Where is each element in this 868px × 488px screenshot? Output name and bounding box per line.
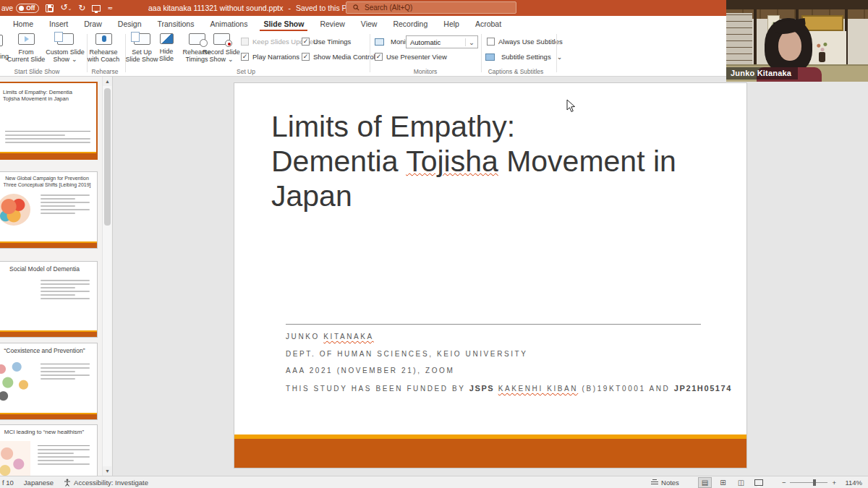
speaker-face: [778, 30, 801, 61]
slide-thumbnail-panel: Limits of Empathy: Dementia Tojisha Move…: [0, 77, 113, 476]
funding-line: THIS STUDY HAS BEEN FUNDED BY JSPS KAKEN…: [286, 384, 701, 393]
autosave-toggle[interactable]: ave Off: [1, 4, 39, 13]
room-beam: [726, 0, 868, 9]
checkbox-icon: [241, 38, 249, 46]
thumbnail-slide-5[interactable]: MCI leading to “new healthism”: [0, 424, 98, 476]
zoom-percentage[interactable]: 114%: [838, 479, 862, 487]
undo-icon[interactable]: ↺⌄: [60, 0, 72, 17]
thumbnail-body-placeholder: [38, 442, 90, 467]
use-timings-checkbox[interactable]: Use Timings: [302, 38, 351, 46]
tab-animations[interactable]: Animations: [202, 16, 255, 31]
tab-acrobat[interactable]: Acrobat: [467, 16, 509, 31]
always-use-subtitles-checkbox[interactable]: Always Use Subtitles: [487, 38, 563, 46]
tab-transitions[interactable]: Transitions: [149, 16, 202, 31]
checkbox-icon: [487, 38, 495, 46]
from-beginning-icon[interactable]: [0, 35, 3, 46]
room-post: [754, 9, 757, 67]
customize-qat-icon[interactable]: ≂: [107, 0, 113, 16]
scrollbar-thumb[interactable]: [104, 88, 111, 226]
hide-slide-icon: [160, 33, 174, 44]
thumbnail-slide-4[interactable]: “Coexistence and Prevention”: [0, 343, 98, 420]
rehearse-with-coach-button[interactable]: Rehearse with Coach: [84, 33, 123, 63]
tab-insert[interactable]: Insert: [41, 16, 76, 31]
monitor-icon: [375, 38, 384, 46]
play-narrations-checkbox[interactable]: Play Narrations: [241, 53, 299, 61]
tab-design[interactable]: Design: [110, 16, 150, 31]
webcam-video[interactable]: Junko Kitanaka: [726, 0, 868, 82]
language-status[interactable]: Japanese: [24, 479, 54, 487]
zoom-out-icon[interactable]: −: [782, 479, 786, 487]
thumbnail-slide-1[interactable]: Limits of Empathy: Dementia Tojisha Move…: [0, 82, 98, 160]
autosave-dot-icon: [19, 6, 24, 11]
thumbnail-slide-2[interactable]: New Global Campaign for Prevention Three…: [0, 171, 98, 249]
autosave-label: ave: [1, 4, 13, 12]
slide-orange-bar: [234, 439, 746, 468]
from-current-slide-button[interactable]: From Current Slide: [6, 33, 46, 63]
start-slideshow-icon[interactable]: [92, 5, 101, 12]
group-label-setup: Set Up: [217, 68, 275, 75]
monitor-dropdown[interactable]: Automatic: [406, 35, 478, 48]
chevron-down-icon: [69, 56, 77, 63]
group-label-rehearse: Rehearse: [85, 68, 124, 75]
autosave-state: Off: [26, 4, 35, 12]
custom-slide-show-button[interactable]: Custom Slide Show: [45, 33, 85, 63]
slide-accent-bar: [0, 413, 97, 419]
record-slide-show-icon: [213, 33, 230, 45]
dept-line: DEPT. OF HUMAN SCIENCES, KEIO UNIVERSITY: [286, 350, 701, 358]
slide-subtitle-textbox[interactable]: JUNKO KITANAKA DEPT. OF HUMAN SCIENCES, …: [286, 324, 701, 401]
search-box[interactable]: Search (Alt+Q): [346, 1, 516, 14]
group-divider: [481, 34, 482, 72]
tab-home[interactable]: Home: [5, 16, 41, 31]
spellcheck-word: KAKENHI KIBAN: [498, 385, 579, 393]
checkbox-checked-icon: [302, 38, 310, 46]
slideshow-icon: [754, 479, 763, 486]
redo-icon[interactable]: ↻: [78, 0, 85, 16]
tab-review[interactable]: Review: [312, 16, 352, 31]
notes-button[interactable]: Notes: [651, 479, 679, 487]
webcam-name-label: Junko Kitanaka: [726, 67, 798, 80]
scroll-up-icon[interactable]: ▲: [103, 77, 112, 86]
save-icon[interactable]: [46, 4, 54, 12]
use-presenter-view-checkbox[interactable]: Use Presenter View: [375, 53, 447, 61]
normal-view-button[interactable]: ▤: [698, 477, 712, 488]
slide-sorter-view-button[interactable]: ⊞: [716, 477, 730, 488]
slide-indicator: f 10: [2, 479, 14, 487]
tab-recording[interactable]: Recording: [385, 16, 435, 31]
checkbox-checked-icon: [375, 53, 383, 61]
zoom-in-icon[interactable]: +: [832, 479, 836, 487]
thumbnail-scrollbar[interactable]: ▲ ▼: [102, 77, 111, 476]
group-label-captions: Captions & Subtitles: [480, 68, 552, 75]
people-illustration: [0, 358, 35, 403]
zoom-control: − +: [782, 479, 836, 487]
tab-slide-show[interactable]: Slide Show: [255, 16, 312, 31]
tab-view[interactable]: View: [353, 16, 386, 31]
mouse-cursor: [566, 99, 576, 113]
scroll-down-icon[interactable]: ▼: [103, 466, 112, 476]
autosave-pill[interactable]: Off: [16, 4, 39, 13]
hide-slide-button[interactable]: Hide Slide: [153, 33, 179, 62]
meeting-photo: [0, 276, 35, 320]
group-divider: [370, 34, 370, 72]
current-slide[interactable]: Limits of Empathy: Dementia Tojisha Move…: [234, 83, 746, 468]
subtitle-settings-button[interactable]: Subtitle Settings: [485, 53, 562, 61]
record-slide-show-button[interactable]: Record Slide Show: [201, 33, 242, 63]
brain-illustration: [0, 194, 30, 226]
slide-title-textbox[interactable]: Limits of Empathy: Dementia Tojisha Move…: [271, 109, 716, 213]
tab-draw[interactable]: Draw: [76, 16, 110, 31]
spellcheck-word: KITANAKA: [323, 333, 374, 341]
spellcheck-word: Tojisha: [406, 145, 498, 178]
title-separator: -: [288, 4, 291, 12]
zoom-slider[interactable]: [790, 482, 827, 483]
slide-accent-bar: [0, 330, 97, 337]
accessibility-status[interactable]: Accessibility: Investigate: [64, 479, 148, 487]
zoom-slider-thumb[interactable]: [813, 479, 816, 486]
group-divider: [556, 34, 557, 72]
slide-accent-bar: [0, 241, 97, 248]
slideshow-view-button[interactable]: [752, 477, 766, 488]
show-media-controls-checkbox[interactable]: Show Media Controls: [302, 53, 378, 61]
tab-help[interactable]: Help: [435, 16, 467, 31]
thumbnail-body-placeholder: [41, 361, 90, 382]
notes-icon: [651, 479, 658, 486]
reading-view-button[interactable]: ◫: [734, 477, 748, 488]
thumbnail-slide-3[interactable]: Social Model of Dementia: [0, 261, 98, 338]
